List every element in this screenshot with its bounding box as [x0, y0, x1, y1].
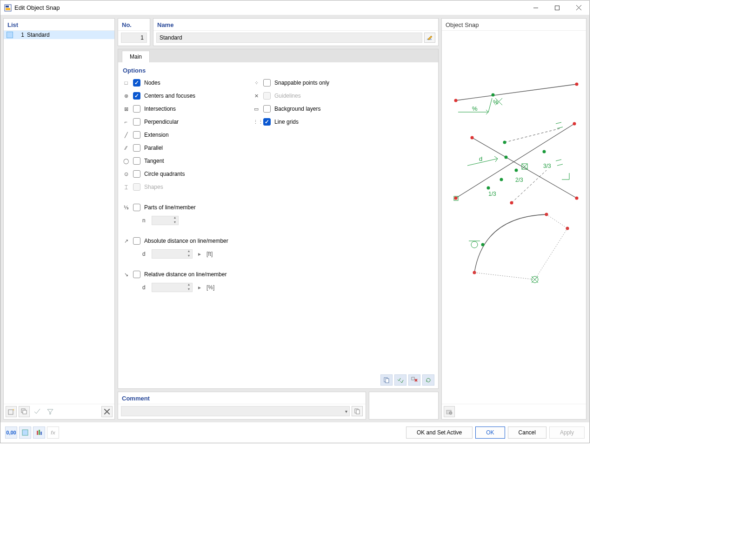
- maximize-button[interactable]: [546, 0, 568, 15]
- centers-icon: ⊗: [123, 93, 129, 99]
- tab-main[interactable]: Main: [122, 51, 150, 62]
- guidelines-icon: ✕: [253, 93, 260, 99]
- svg-point-24: [575, 83, 579, 86]
- comment-combo[interactable]: ▾: [121, 406, 350, 416]
- checkbox-tangent[interactable]: [133, 157, 140, 165]
- checkbox-perpendicular[interactable]: [133, 118, 140, 126]
- comment-library-button[interactable]: [352, 406, 363, 416]
- option-abs-distance: ↗ Absolute distance on line/member: [123, 236, 239, 246]
- preview-canvas: % %: [442, 31, 586, 404]
- svg-point-66: [449, 412, 452, 414]
- check-item-button[interactable]: [32, 406, 43, 417]
- option-background-layers: ▭ Background layers: [253, 104, 369, 114]
- number-panel: No. 1: [118, 18, 150, 46]
- preview-settings-button[interactable]: [444, 406, 455, 417]
- list-item[interactable]: 1 Standard: [4, 31, 114, 39]
- close-button[interactable]: [568, 0, 589, 15]
- rel-d-label: d: [142, 284, 148, 291]
- svg-rect-21: [356, 410, 360, 414]
- options-checkall-button[interactable]: [394, 374, 406, 386]
- rel-d-step-button[interactable]: ▸: [196, 284, 203, 291]
- preview-header: Object Snap: [442, 19, 586, 31]
- chevron-down-icon: ▾: [345, 409, 347, 414]
- parts-n-input[interactable]: ▲▼: [152, 216, 179, 225]
- option-centers: ⊗ Centers and focuses: [123, 91, 239, 101]
- name-field[interactable]: Standard: [156, 33, 422, 43]
- snappable-only-icon: ⁘: [253, 80, 260, 86]
- svg-point-50: [503, 141, 506, 144]
- svg-point-44: [505, 156, 508, 159]
- checkbox-extension[interactable]: [133, 131, 140, 139]
- filter-item-button[interactable]: [45, 406, 56, 417]
- checkbox-circle-quadrants[interactable]: [133, 170, 140, 178]
- intersections-icon: ⊠: [123, 106, 129, 112]
- ok-button[interactable]: OK: [475, 427, 505, 439]
- name-panel: Name Standard: [153, 18, 439, 46]
- abs-d-input[interactable]: ▲▼: [152, 249, 193, 259]
- svg-point-33: [575, 197, 579, 200]
- option-circle-quadrants: ⊙ Circle quadrants: [123, 169, 239, 179]
- options-reset-button[interactable]: [422, 374, 434, 386]
- option-parallel: ⁄⁄ Parallel: [123, 143, 239, 153]
- apply-button: Apply: [549, 427, 585, 439]
- abs-d-step-button[interactable]: ▸: [196, 251, 203, 257]
- extension-icon: ╱: [123, 132, 129, 138]
- fx-button[interactable]: fx: [47, 427, 59, 439]
- label-perpendicular: Perpendicular: [144, 119, 179, 125]
- cancel-button[interactable]: Cancel: [508, 427, 546, 439]
- checkbox-nodes[interactable]: [133, 79, 140, 87]
- option-line-grids: ⋮⋮ Line grids: [253, 117, 369, 127]
- comment-header: Comment: [118, 392, 366, 404]
- checkbox-centers[interactable]: [133, 92, 140, 100]
- number-header: No.: [118, 19, 150, 31]
- options-header: Options: [123, 67, 433, 74]
- abs-d-label: d: [142, 251, 148, 257]
- option-guidelines: ✕ Guidelines: [253, 91, 369, 101]
- svg-point-40: [487, 187, 490, 190]
- checkbox-intersections[interactable]: [133, 105, 140, 113]
- svg-line-51: [512, 170, 546, 203]
- abs-d-unit: [ft]: [206, 251, 213, 257]
- svg-point-43: [543, 150, 546, 153]
- delete-item-button[interactable]: [101, 406, 113, 417]
- list-body[interactable]: 1 Standard: [4, 31, 114, 404]
- edit-name-button[interactable]: [424, 33, 435, 43]
- label-tangent: Tangent: [144, 158, 164, 164]
- checkbox-parts[interactable]: [133, 204, 140, 211]
- checkbox-parallel[interactable]: [133, 144, 140, 152]
- options-copy-button[interactable]: [380, 374, 393, 386]
- options-uncheckall-button[interactable]: [408, 374, 420, 386]
- option-rel-distance: ↘ Relative distance on line/member: [123, 269, 239, 280]
- copy-item-button[interactable]: [19, 406, 30, 417]
- checkbox-background-layers[interactable]: [263, 105, 271, 113]
- icon-button-2[interactable]: [19, 427, 31, 439]
- label-abs-distance: Absolute distance on line/member: [144, 238, 228, 244]
- rel-d-input[interactable]: ▲▼: [152, 283, 193, 292]
- svg-rect-1: [6, 8, 10, 10]
- checkbox-rel-distance[interactable]: [133, 271, 140, 278]
- new-item-button[interactable]: [6, 406, 17, 417]
- svg-point-41: [500, 178, 503, 181]
- svg-rect-15: [386, 379, 389, 383]
- svg-rect-16: [412, 377, 414, 380]
- checkbox-snappable-only[interactable]: [263, 79, 271, 87]
- label-centers: Centers and focuses: [144, 93, 195, 99]
- svg-line-49: [505, 128, 560, 142]
- button-bar: 0,00 fx OK and Set Active OK Cancel Appl…: [0, 422, 589, 443]
- svg-text:%: %: [472, 105, 478, 112]
- label-nodes: Nodes: [144, 80, 160, 86]
- checkbox-abs-distance[interactable]: [133, 237, 140, 245]
- label-intersections: Intersections: [144, 106, 176, 112]
- icon-button-3[interactable]: [33, 427, 45, 439]
- minimize-button[interactable]: [525, 0, 546, 15]
- checkbox-line-grids[interactable]: [263, 118, 271, 126]
- label-extension: Extension: [144, 132, 169, 138]
- svg-point-52: [510, 201, 513, 205]
- svg-line-56: [546, 214, 567, 228]
- units-button[interactable]: 0,00: [5, 427, 17, 439]
- ok-set-active-button[interactable]: OK and Set Active: [406, 427, 473, 439]
- list-item-name: Standard: [27, 32, 50, 38]
- main-panel: Main Options □ Nodes: [118, 49, 439, 389]
- svg-point-62: [481, 243, 485, 247]
- option-parts: ⅓ Parts of line/member: [123, 202, 239, 213]
